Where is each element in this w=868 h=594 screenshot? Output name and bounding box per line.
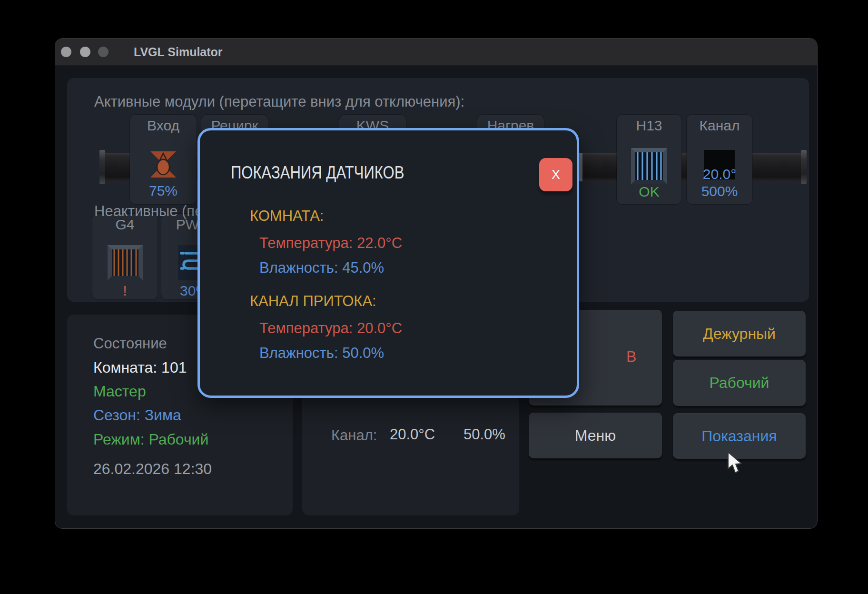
sensor-row-label: Канал:	[331, 427, 377, 444]
titlebar[interactable]: LVGL Simulator	[55, 39, 817, 66]
close-icon: X	[552, 168, 560, 182]
working-mode-button[interactable]: Рабочий	[673, 360, 806, 406]
section-room-heading: КОМНАТА:	[250, 208, 324, 225]
status-room: Комната: 101	[93, 359, 187, 376]
status-master: Мастер	[93, 383, 146, 400]
window-close-button[interactable]	[61, 47, 71, 57]
module-humidity: 500%	[687, 183, 752, 199]
room-temperature: Температура: 22.0°C	[259, 235, 402, 252]
status-title: Состояние	[93, 335, 167, 352]
module-alert: !	[92, 283, 158, 299]
close-button[interactable]: X	[539, 158, 572, 191]
module-temp: 20.0°	[687, 166, 752, 182]
module-tile-kanal[interactable]: Канал 20.0° 500%	[687, 115, 752, 204]
sensor-row-temp: 20.0°C	[390, 426, 435, 443]
module-tile-vhod[interactable]: Вход 75%	[130, 115, 197, 204]
window-zoom-button[interactable]	[98, 47, 108, 57]
power-off-label-partial: В	[626, 348, 636, 366]
sensor-row-humidity: 50.0%	[464, 426, 505, 443]
standby-mode-button[interactable]: Дежурный	[673, 311, 806, 356]
module-tile-g4[interactable]: G4	[92, 214, 158, 299]
section-duct-heading: КАНАЛ ПРИТОКА:	[250, 293, 376, 310]
dialog-title: ПОКАЗАНИЯ ДАТЧИКОВ	[231, 163, 404, 183]
sensor-readings-dialog: ПОКАЗАНИЯ ДАТЧИКОВ X КОМНАТА: Температур…	[197, 128, 579, 398]
duct-humidity: Влажность: 50.0%	[259, 345, 384, 362]
mouse-cursor	[727, 451, 744, 477]
menu-button[interactable]: Меню	[529, 413, 662, 458]
filter-icon	[108, 245, 143, 282]
valve-icon	[148, 149, 178, 182]
status-datetime: 26.02.2026 12:30	[93, 460, 212, 478]
room-humidity: Влажность: 45.0%	[259, 259, 384, 277]
module-value: 75%	[130, 183, 197, 199]
screen: LVGL Simulator Активные модули (перетащи…	[0, 0, 868, 594]
status-season: Сезон: Зима	[93, 406, 181, 424]
window-minimize-button[interactable]	[80, 47, 90, 57]
status-mode: Режим: Рабочий	[93, 431, 208, 448]
window-title: LVGL Simulator	[134, 45, 223, 59]
filter-icon	[631, 148, 667, 186]
duct-temperature: Температура: 20.0°C	[259, 320, 402, 337]
module-tile-h13[interactable]: H13	[617, 115, 681, 204]
module-status: OK	[617, 184, 681, 200]
duct-right-cap	[801, 150, 807, 184]
active-modules-label: Активные модули (перетащите вниз для отк…	[94, 93, 464, 110]
duct-left-cap	[99, 150, 105, 184]
